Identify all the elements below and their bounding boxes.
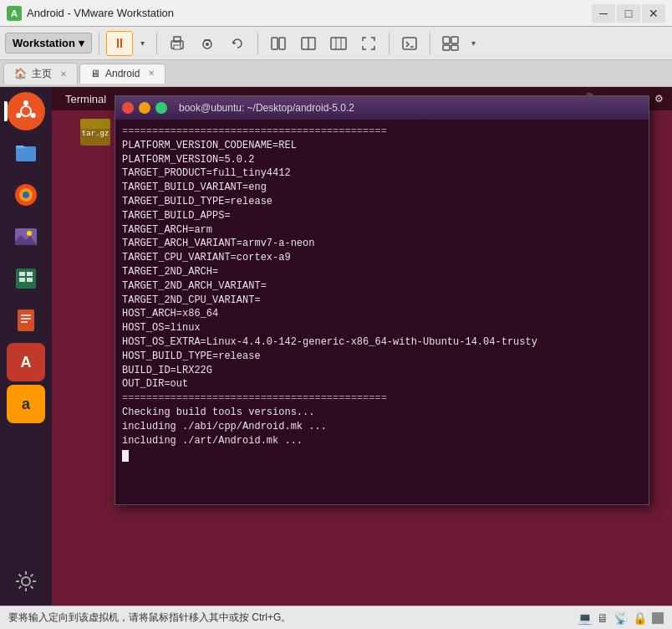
unity-button[interactable] bbox=[437, 31, 464, 56]
term-cursor-line bbox=[122, 447, 642, 462]
titlebar-left: A Android - VMware Workstation bbox=[7, 6, 174, 21]
term-line-6: TARGET_BUILD_APPS= bbox=[122, 209, 642, 223]
svg-point-21 bbox=[23, 100, 28, 105]
svg-rect-1 bbox=[174, 45, 181, 49]
android-tab-label: Android bbox=[105, 68, 140, 79]
status-bar: 要将输入定向到该虚拟机，请将鼠标指针移入其中或按 Ctrl+G。 💻 🖥 📡 🔒 bbox=[0, 606, 672, 629]
status-icon-5[interactable] bbox=[652, 612, 664, 624]
toolbar-separator-4 bbox=[389, 32, 389, 55]
terminal-window: book@ubuntu: ~/Desktop/android-5.0.2 ===… bbox=[115, 95, 649, 505]
minimize-button[interactable]: ─ bbox=[592, 4, 615, 23]
window-controls: ─ □ ✕ bbox=[592, 4, 665, 23]
maximize-button[interactable]: □ bbox=[617, 4, 640, 23]
terminal-minimize-button[interactable] bbox=[139, 102, 150, 114]
term-line-21: including ./art/Android.mk ... bbox=[122, 434, 642, 448]
term-line-8: TARGET_ARCH_VARIANT=armv7-a-neon bbox=[122, 237, 642, 251]
svg-point-29 bbox=[27, 231, 32, 236]
svg-rect-32 bbox=[27, 272, 33, 276]
svg-rect-6 bbox=[272, 38, 277, 49]
term-line-11: TARGET_2ND_ARCH_VARIANT= bbox=[122, 279, 642, 294]
view-button-2[interactable] bbox=[295, 31, 322, 56]
svg-rect-31 bbox=[19, 272, 25, 276]
terminal-titlebar: book@ubuntu: ~/Desktop/android-5.0.2 bbox=[115, 96, 649, 120]
home-tab-close[interactable]: ✕ bbox=[60, 69, 67, 79]
svg-point-5 bbox=[206, 43, 209, 46]
menubar-terminal[interactable]: Terminal bbox=[60, 91, 111, 107]
svg-rect-41 bbox=[80, 119, 110, 129]
ubuntu-taskbar: A a bbox=[0, 87, 52, 606]
taskbar-browser-icon[interactable] bbox=[7, 176, 45, 214]
svg-rect-18 bbox=[451, 45, 458, 50]
workstation-button[interactable]: Workstation ▾ bbox=[5, 33, 92, 54]
term-line-12: TARGET_2ND_CPU_VARIANT= bbox=[122, 294, 642, 308]
desktop: A a Terminal File Edit View Search Termi… bbox=[0, 87, 672, 606]
term-line-1: PLATFORM_VERSION_CODENAME=REL bbox=[122, 139, 642, 153]
term-line-4: TARGET_BUILD_VARIANT=eng bbox=[122, 181, 642, 195]
statusbar-right: 💻 🖥 📡 🔒 bbox=[578, 611, 664, 625]
home-tab-label: 主页 bbox=[32, 67, 52, 81]
taskbar-amazon-icon[interactable]: a bbox=[7, 385, 45, 423]
status-icon-3[interactable]: 📡 bbox=[613, 611, 628, 625]
android-tab-close[interactable]: ✕ bbox=[148, 69, 155, 78]
fullscreen-button[interactable] bbox=[355, 31, 382, 56]
dropdown-arrow-icon: ▾ bbox=[79, 37, 84, 49]
home-tab-icon: 🏠 bbox=[14, 68, 27, 79]
desktop-content: Terminal File Edit View Search Terminal … bbox=[52, 87, 672, 606]
console-button[interactable] bbox=[396, 31, 423, 56]
window-title: Android - VMware Workstation bbox=[27, 7, 174, 19]
svg-rect-17 bbox=[443, 45, 450, 50]
svg-rect-33 bbox=[19, 278, 25, 282]
tab-android[interactable]: 🖥 Android ✕ bbox=[79, 64, 165, 84]
svg-point-22 bbox=[31, 113, 36, 118]
term-line-3: TARGET_PRODUCT=full_tiny4412 bbox=[122, 166, 642, 181]
svg-text:tar.gz: tar.gz bbox=[82, 129, 109, 137]
svg-point-27 bbox=[23, 192, 29, 198]
svg-rect-30 bbox=[16, 268, 36, 289]
taskbar-spreadsheet-icon[interactable] bbox=[7, 259, 45, 298]
toolbar-separator-5 bbox=[430, 32, 430, 55]
print-button[interactable] bbox=[164, 31, 191, 56]
term-line-17: BUILD_ID=LRX22G bbox=[122, 364, 642, 378]
taskbar-ubuntu-icon[interactable] bbox=[7, 92, 45, 130]
term-line-13: HOST_ARCH=x86_64 bbox=[122, 307, 642, 321]
status-icon-1[interactable]: 💻 bbox=[578, 611, 592, 625]
settings-icon[interactable]: ⚙ bbox=[654, 93, 664, 105]
svg-rect-10 bbox=[331, 38, 346, 49]
revert-button[interactable] bbox=[224, 31, 251, 56]
targz-icon: tar.gz bbox=[75, 112, 115, 152]
taskbar-photo-icon[interactable] bbox=[7, 217, 45, 256]
terminal-close-button[interactable] bbox=[122, 102, 134, 114]
status-icon-2[interactable]: 🖥 bbox=[597, 611, 608, 625]
term-line-7: TARGET_ARCH=arm bbox=[122, 223, 642, 238]
pause-dropdown-button[interactable]: ▾ bbox=[136, 31, 150, 56]
terminal-cursor bbox=[122, 450, 129, 462]
term-line-sep2: ========================================… bbox=[122, 391, 642, 406]
taskbar-doc-icon[interactable] bbox=[7, 301, 45, 340]
status-icon-4[interactable]: 🔒 bbox=[633, 611, 647, 625]
tab-home[interactable]: 🏠 主页 ✕ bbox=[3, 63, 78, 84]
term-line-16: HOST_BUILD_TYPE=release bbox=[122, 350, 642, 364]
taskbar-text-icon[interactable]: A bbox=[7, 343, 45, 381]
svg-rect-35 bbox=[18, 309, 34, 331]
pause-button[interactable]: ⏸ bbox=[106, 31, 133, 56]
term-line-9: TARGET_CPU_VARIANT=cortex-a9 bbox=[122, 251, 642, 265]
unity-dropdown-button[interactable]: ▾ bbox=[467, 31, 481, 56]
terminal-title: book@ubuntu: ~/Desktop/android-5.0.2 bbox=[179, 102, 354, 114]
terminal-body[interactable]: ========================================… bbox=[115, 120, 649, 504]
android-tab-icon: 🖥 bbox=[90, 68, 100, 79]
term-line-5: TARGET_BUILD_TYPE=release bbox=[122, 195, 642, 209]
taskbar-files-icon[interactable] bbox=[7, 134, 45, 172]
svg-rect-13 bbox=[403, 38, 416, 49]
snapshot-button[interactable] bbox=[194, 31, 221, 56]
terminal-maximize-button[interactable] bbox=[155, 102, 167, 114]
app-icon: A bbox=[7, 6, 22, 21]
svg-point-3 bbox=[180, 43, 181, 44]
view-button-3[interactable] bbox=[325, 31, 352, 56]
svg-point-39 bbox=[22, 577, 30, 586]
view-button-1[interactable] bbox=[265, 31, 292, 56]
status-message: 要将输入定向到该虚拟机，请将鼠标指针移入其中或按 Ctrl+G。 bbox=[8, 611, 291, 625]
taskbar-settings-icon[interactable] bbox=[7, 562, 45, 601]
close-button[interactable]: ✕ bbox=[642, 4, 665, 23]
svg-rect-7 bbox=[279, 38, 285, 49]
toolbar-separator-3 bbox=[257, 32, 258, 55]
